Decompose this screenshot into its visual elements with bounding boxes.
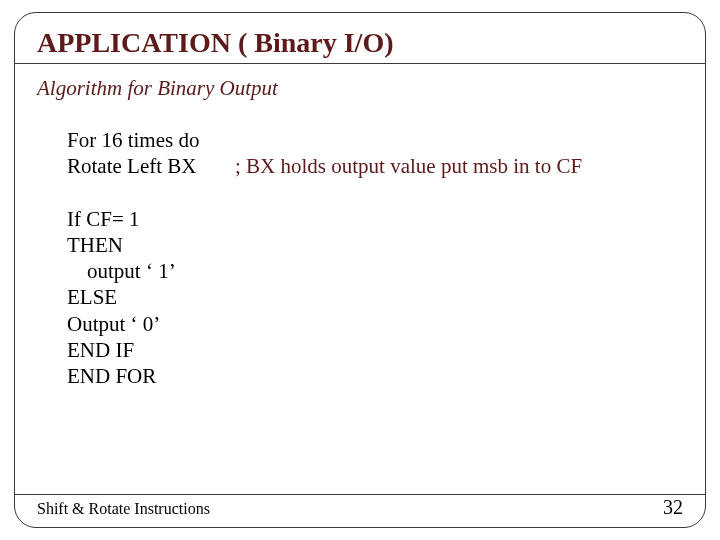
- page-number: 32: [663, 496, 683, 519]
- algorithm-block: For 16 times do Rotate Left BX ; BX hold…: [67, 127, 683, 389]
- algo-line: output ‘ 1’: [87, 258, 683, 284]
- algo-line: END FOR: [67, 363, 683, 389]
- title-underline: [15, 63, 705, 64]
- algo-line: For 16 times do: [67, 127, 683, 153]
- algo-line: ELSE: [67, 284, 683, 310]
- algo-line: END IF: [67, 337, 683, 363]
- algo-line: Rotate Left BX ; BX holds output value p…: [67, 153, 683, 179]
- footer-text: Shift & Rotate Instructions: [37, 500, 210, 518]
- blank-line: [67, 180, 683, 206]
- slide-footer: Shift & Rotate Instructions 32: [37, 496, 683, 519]
- algo-line: Output ‘ 0’: [67, 311, 683, 337]
- slide-frame: APPLICATION ( Binary I/O) Algorithm for …: [14, 12, 706, 528]
- footer-divider: [15, 494, 705, 495]
- algo-line: THEN: [67, 232, 683, 258]
- algo-instruction: Rotate Left BX: [67, 153, 235, 179]
- slide-title: APPLICATION ( Binary I/O): [37, 27, 683, 59]
- slide-subtitle: Algorithm for Binary Output: [37, 76, 683, 101]
- algo-line: If CF= 1: [67, 206, 683, 232]
- algo-comment: ; BX holds output value put msb in to CF: [235, 153, 582, 179]
